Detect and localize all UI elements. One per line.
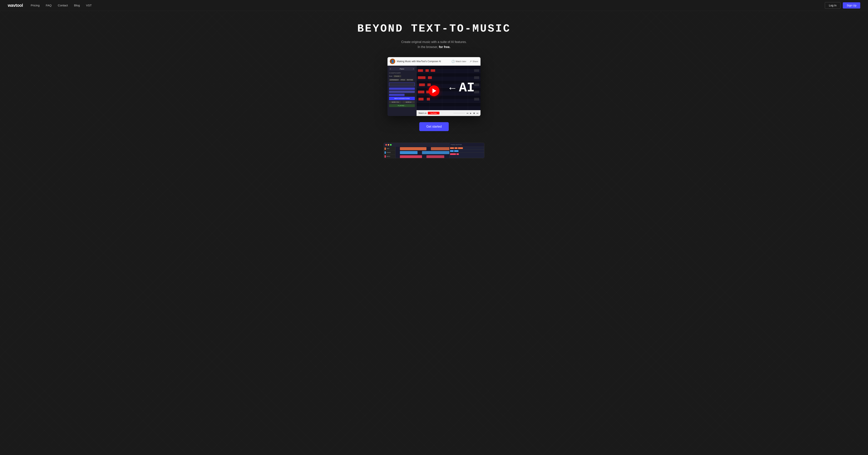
ai-overlay: ← AI — [447, 81, 475, 95]
hero-title: BEYOND TEXT-TO-MUSIC — [357, 23, 511, 35]
daw-nav-text: Piano — [400, 68, 404, 70]
nav-link-faq[interactable]: FAQ — [46, 4, 52, 7]
logo-wave-part: wav — [8, 3, 16, 8]
daw-composer-label: COMPOSER — [389, 72, 415, 74]
note-block-6 — [419, 84, 425, 86]
video-header: 👤 Making Music with WavTool's Composer A… — [388, 57, 480, 66]
daw-role: Role: Chords ↓ — [389, 75, 415, 77]
piano-roll-grid: ← AI — [416, 66, 480, 110]
nav-link-vst[interactable]: VST — [86, 4, 92, 7]
video-player[interactable]: ‹ Piano › COMPOSER Role: Chords ↓ EXPERI… — [388, 66, 480, 116]
daw-rhythm-btn[interactable]: RHYTHM — [406, 79, 414, 81]
timeline-block-5 — [422, 151, 453, 154]
get-started-button[interactable]: Get started — [419, 122, 448, 131]
watch-later-label: Watch later — [456, 60, 466, 63]
daw-experiment-btn[interactable]: EXPERIMENT — [389, 79, 400, 81]
track-label-2: PIANO — [386, 152, 391, 153]
play-button[interactable] — [429, 86, 439, 96]
daw-more-you-btn[interactable]: MORE YOU — [389, 101, 402, 103]
track-color-2 — [384, 152, 386, 154]
logo-tool-part: tool — [16, 3, 23, 8]
video-header-left: 👤 Making Music with WavTool's Composer A… — [390, 59, 441, 64]
piano-row-1 — [450, 147, 484, 150]
nav-link-blog[interactable]: Blog — [74, 4, 80, 7]
daw-nav: ‹ Piano › — [389, 67, 415, 70]
youtube-logo-text: YouTube — [430, 112, 437, 114]
share-label: Share — [472, 60, 478, 63]
note-inactive-2 — [474, 76, 479, 79]
daw-row-btns: MORE YOU MORE AI — [389, 101, 415, 103]
hero-subtitle-bold: for free. — [439, 45, 451, 48]
note-block-2 — [426, 69, 429, 72]
note-inactive-1 — [474, 69, 479, 72]
timeline-block-6 — [427, 155, 444, 158]
daw-role-badge: Chords ↓ — [394, 75, 401, 77]
daw-track-2: PIANO — [384, 151, 395, 155]
video-avatar: 👤 — [390, 59, 395, 64]
daw-bar-blue-3 — [389, 94, 405, 96]
daw-bar-blue-1 — [389, 88, 415, 90]
ai-arrow-icon: ← — [447, 83, 457, 93]
video-ctrl-play[interactable]: ▶ — [470, 112, 472, 114]
timeline-block-1 — [400, 147, 427, 150]
nav-link-contact[interactable]: Contact — [58, 4, 68, 7]
daw-panel: ‹ Piano › COMPOSER Role: Chords ↓ EXPERI… — [388, 66, 416, 116]
piano-note-4 — [450, 150, 454, 152]
video-ctrl-stop[interactable]: ⏹ — [473, 112, 475, 114]
note-block-10 — [418, 98, 424, 100]
nav-links: Pricing FAQ Contact Blog VST — [31, 4, 92, 7]
window-dot-yellow — [388, 144, 389, 145]
bottom-piano-area: PIANO EDITOR — [449, 143, 484, 158]
video-header-right: 🕐 Watch later ↗ Share — [452, 60, 478, 63]
video-controls-bar: Watch on YouTube ⏮ ▶ ⏹ ⏭ — [416, 110, 480, 116]
piano-area-header: PIANO EDITOR — [450, 143, 484, 147]
video-progress-bar[interactable] — [454, 113, 465, 113]
daw-suggestion-btn[interactable]: NEW SUGGESTIONS — [389, 97, 415, 100]
bottom-daw-preview: ARR PIANO BASS — [383, 143, 485, 158]
share-action[interactable]: ↗ Share — [469, 60, 478, 63]
daw-more-ai-btn[interactable]: MORE AI — [402, 101, 415, 103]
video-container: 👤 Making Music with WavTool's Composer A… — [388, 57, 480, 116]
piano-note-2 — [455, 147, 458, 149]
logo[interactable]: wavtool — [8, 3, 23, 8]
window-dot-green — [390, 144, 392, 145]
piano-note-1 — [450, 147, 454, 149]
daw-input-bar — [389, 83, 415, 86]
daw-track-1: ARR — [384, 147, 395, 151]
hero-subtitle-line2: In the browser, — [418, 45, 439, 48]
watch-on-label: Watch on — [418, 112, 427, 114]
piano-note-3 — [458, 147, 463, 149]
track-label-1: ARR — [386, 148, 390, 149]
daw-playing: PLAYING ... — [389, 104, 415, 107]
note-inactive-5 — [474, 98, 479, 100]
play-triangle-icon — [432, 89, 436, 93]
bottom-daw-body: ARR PIANO BASS — [384, 147, 484, 158]
clock-icon: 🕐 — [452, 60, 455, 63]
signup-button[interactable]: Sign Up — [843, 2, 860, 8]
main-content: BEYOND TEXT-TO-MUSIC Create original mus… — [0, 11, 868, 166]
daw-bar-blue-2 — [389, 91, 415, 93]
note-block-1 — [418, 69, 423, 72]
daw-role-text: Role: — [389, 75, 393, 77]
piano-note-6 — [450, 153, 456, 155]
hero-subtitle-line1: Create original music with a suite of AI… — [401, 40, 467, 43]
video-ctrl-end[interactable]: ⏭ — [476, 112, 478, 114]
watch-later-action[interactable]: 🕐 Watch later — [452, 60, 466, 63]
navbar: wavtool Pricing FAQ Contact Blog VST Log… — [0, 0, 868, 11]
bottom-daw-tracks: ARR PIANO BASS — [384, 147, 396, 158]
nav-link-pricing[interactable]: Pricing — [31, 4, 39, 7]
timeline-block-3 — [400, 155, 422, 158]
timeline-block-2 — [400, 151, 418, 154]
login-button[interactable]: Log In — [825, 2, 840, 9]
video-ctrl-prev[interactable]: ⏮ — [467, 112, 468, 114]
piano-area-grid — [450, 147, 484, 156]
watch-on-youtube: Watch on YouTube — [418, 112, 439, 115]
piano-row-3 — [450, 153, 484, 156]
note-block-8 — [418, 91, 424, 93]
navbar-right: Log In Sign Up — [825, 2, 860, 9]
share-icon: ↗ — [469, 60, 472, 63]
daw-pitch-btn[interactable]: PITCH — [400, 79, 406, 81]
piano-row-2 — [450, 150, 484, 153]
note-block-7 — [427, 84, 431, 86]
track-label-3: BASS — [386, 156, 390, 157]
